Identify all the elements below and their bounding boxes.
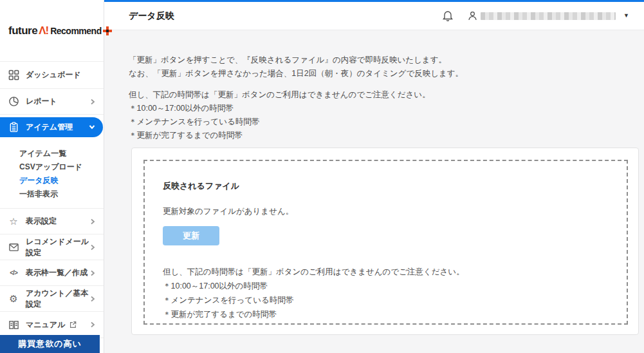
caution-title: 但し、下記の時間帯は「更新」ボタンのご利用はできませんのでご注意ください。 — [129, 88, 644, 102]
intro-line-1: 「更新」ボタンを押すことで、『反映されるファイル』の内容で即時反映いたします。 — [129, 53, 644, 67]
reflect-card: 反映されるファイル 更新対象のファイルがありません。 更新 但し、下記の時間帯は… — [131, 148, 639, 335]
main-content: 「更新」ボタンを押すことで、『反映されるファイル』の内容で即時反映いたします。 … — [104, 30, 644, 335]
chevron-down-icon — [89, 124, 95, 129]
star-icon: ☆ — [8, 216, 19, 227]
logo-text-future: future — [8, 24, 37, 37]
caret-down-icon: ▼ — [623, 13, 629, 19]
sidebar-item-label: 表示枠一覧／作成 — [26, 267, 87, 278]
sidebar-item-display-settings[interactable]: ☆ 表示設定 — [0, 209, 104, 234]
clipboard-icon — [8, 121, 19, 133]
sidebar-item-label: レポート — [26, 96, 57, 107]
pie-chart-icon — [8, 96, 19, 108]
sidebar-item-label: ダッシュボード — [26, 70, 81, 81]
sidebar-item-manual[interactable]: マニュアル — [0, 312, 104, 338]
sidebar-item-label: アカウント／基本設定 — [26, 288, 90, 310]
sidebar-item-label: レコメンドメール設定 — [26, 236, 90, 258]
caution-block: 但し、下記の時間帯は「更新」ボタンのご利用はできませんのでご注意ください。 ＊1… — [129, 88, 644, 142]
sidebar-item-recommend-mail[interactable]: レコメンドメール設定 — [0, 234, 104, 260]
external-link-icon — [69, 321, 77, 329]
caution-item: ＊10:00～17:00以外の時間帯 — [129, 102, 644, 115]
logo-text-ai: Λ! — [39, 24, 48, 37]
card-caution-block: 但し、下記の時間帯は「更新」ボタンのご利用はできませんのでご注意ください。 ＊1… — [163, 265, 627, 321]
app-root: future Λ! Recommend ダッシュボード レポート — [0, 0, 644, 353]
chevron-right-icon — [90, 296, 95, 302]
sidebar-item-label: マニュアル — [26, 320, 65, 330]
caution-item: ＊更新が完了するまでの時間帯 — [163, 307, 627, 321]
logo[interactable]: future Λ! Recommend — [0, 0, 104, 62]
item-management-submenu: アイテム一覧 CSVアップロード データ反映 一括非表示 — [0, 139, 104, 209]
notifications-button[interactable] — [442, 10, 454, 22]
chevron-right-icon — [90, 218, 95, 225]
sidebar-banner[interactable]: 購買意欲の高い — [0, 335, 100, 353]
chevron-right-icon — [90, 99, 95, 105]
sidebar-item-item-management[interactable]: アイテム管理 — [0, 115, 104, 139]
content-area: データ反映 ▼ 「更新」ボタンを押すことで、『反映されるファイル』 — [104, 0, 644, 353]
caution-item: ＊10:00～17:00以外の時間帯 — [163, 279, 627, 293]
code-icon: </> — [8, 267, 19, 279]
book-icon — [8, 319, 19, 330]
caution-item: ＊メンテナンスを行っている時間帯 — [163, 293, 627, 307]
sidebar-subitem-item-list[interactable]: アイテム一覧 — [19, 147, 104, 160]
sidebar-item-frame-list[interactable]: </> 表示枠一覧／作成 — [0, 260, 104, 286]
caution-item: ＊更新が完了するまでの時間帯 — [129, 129, 644, 142]
sidebar: future Λ! Recommend ダッシュボード レポート — [0, 0, 104, 353]
sidebar-item-account-settings[interactable]: ⚙ アカウント／基本設定 — [0, 286, 104, 312]
sidebar-item-label: 表示設定 — [26, 216, 57, 227]
account-name-redacted — [481, 12, 616, 20]
topbar-right: ▼ — [442, 10, 644, 22]
chevron-right-icon — [90, 244, 95, 251]
sidebar-subitem-data-reflect[interactable]: データ反映 — [19, 174, 104, 187]
mail-icon — [8, 242, 19, 253]
caution-item: ＊メンテナンスを行っている時間帯 — [129, 115, 644, 129]
dashed-dropzone: 反映されるファイル 更新対象のファイルがありません。 更新 但し、下記の時間帯は… — [143, 160, 628, 325]
sidebar-item-label: アイテム管理 — [26, 122, 73, 133]
sidebar-item-dashboard[interactable]: ダッシュボード — [0, 62, 104, 89]
intro-line-2: なお、「更新」ボタンを押さなかった場合、1日2回（朝・夜）のタイミングで反映しま… — [129, 67, 644, 81]
chevron-right-icon — [90, 270, 95, 276]
user-icon — [467, 10, 478, 21]
sidebar-subitem-bulk-hide[interactable]: 一括非表示 — [19, 187, 104, 201]
page-title: データ反映 — [104, 10, 174, 22]
account-menu[interactable]: ▼ — [467, 10, 629, 21]
plus-icon — [103, 26, 104, 35]
gear-icon: ⚙ — [8, 293, 19, 305]
topbar: データ反映 ▼ — [104, 2, 644, 30]
logo-text-recommend: Recommend — [50, 26, 102, 36]
card-heading: 反映されるファイル — [163, 180, 627, 192]
caution-title: 但し、下記の時間帯は「更新」ボタンのご利用はできませんのでご注意ください。 — [163, 265, 627, 279]
intro-text: 「更新」ボタンを押すことで、『反映されるファイル』の内容で即時反映いたします。 … — [129, 53, 644, 81]
sidebar-item-report[interactable]: レポート — [0, 89, 104, 115]
sidebar-subitem-csv-upload[interactable]: CSVアップロード — [19, 160, 104, 174]
chevron-right-icon — [90, 321, 95, 328]
bell-icon — [442, 10, 454, 22]
dashboard-icon — [8, 70, 19, 81]
update-button[interactable]: 更新 — [163, 226, 219, 245]
empty-file-message: 更新対象のファイルがありません。 — [163, 206, 627, 217]
